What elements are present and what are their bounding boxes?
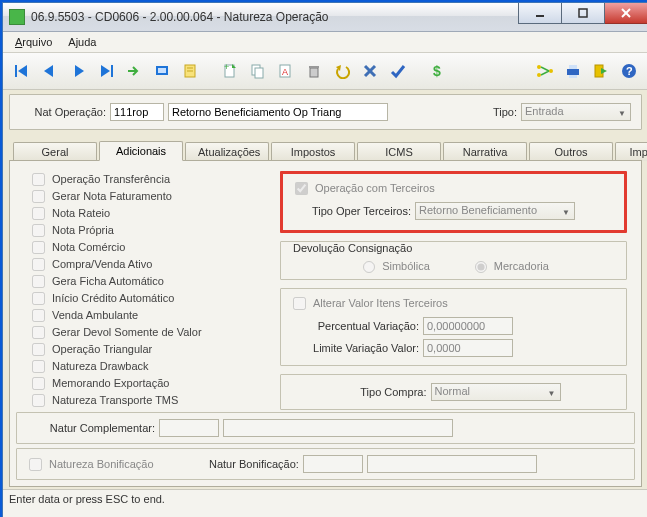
app-window: 06.9.5503 - CD0606 - 2.00.00.064 - Natur… [2,2,647,517]
svg-rect-22 [310,68,318,77]
tipo-terceiros-combo[interactable]: Retorno Beneficiamento ▼ [415,202,575,220]
svg-marker-8 [101,65,110,77]
tipo-combo[interactable]: Entrada ▼ [521,103,631,121]
cancel-icon[interactable] [357,58,383,84]
tab-narrativa[interactable]: Narrativa [443,142,527,161]
tab-atualizacoes[interactable]: Atualizações [185,142,269,161]
tab-geral[interactable]: Geral [13,142,97,161]
tab-bar: Geral Adicionais Atualizações Impostos I… [9,138,642,160]
maximize-button[interactable] [562,3,605,24]
chk-item[interactable]: Operação Transferência [28,171,258,187]
chk-item[interactable]: Gerar Nota Faturamento [28,188,258,204]
svg-point-28 [537,65,541,69]
bonificacao-code[interactable] [303,455,363,473]
menubar: Arquivo Ajuda [3,32,647,53]
search-icon[interactable] [149,58,175,84]
terceiros-group: Operação com Terceiros Tipo Oper Terceir… [280,171,627,233]
chk-alterar[interactable]: Alterar Valor Itens Terceiros [289,295,618,311]
toolbar: + A $ ? [3,53,647,90]
chk-item[interactable]: Operação Triangular [28,341,258,357]
complementar-desc[interactable] [223,419,453,437]
tab-outros[interactable]: Outros [529,142,613,161]
alterar-group: Alterar Valor Itens Terceiros Percentual… [280,288,627,366]
nat-operacao-desc[interactable] [168,103,388,121]
tipo-value: Entrada [525,105,564,117]
close-button[interactable] [605,3,647,24]
bonificacao-desc[interactable] [367,455,537,473]
perc-var-label: Percentual Variação: [289,320,419,332]
tipo-compra-combo[interactable]: Normal ▼ [431,383,561,401]
next-record-icon[interactable] [65,58,91,84]
complementar-code[interactable] [159,419,219,437]
new-icon[interactable]: + [217,58,243,84]
first-record-icon[interactable] [9,58,35,84]
notes-icon[interactable] [177,58,203,84]
svg-text:$: $ [433,63,441,79]
edit-font-icon[interactable]: A [273,58,299,84]
radio-mercadoria[interactable]: Mercadoria [470,258,549,273]
svg-text:+: + [224,63,229,72]
tab-impostos[interactable]: Impostos [271,142,355,161]
header-panel: Nat Operação: Tipo: Entrada ▼ [9,94,642,130]
devolucao-title: Devolução Consignação [289,242,416,254]
print-icon[interactable] [560,58,586,84]
chk-item[interactable]: Venda Ambulante [28,307,258,323]
chk-item[interactable]: Início Crédito Automático [28,290,258,306]
chk-item[interactable]: Memorando Exportação [28,375,258,391]
currency-icon[interactable]: $ [425,58,451,84]
window-title: 06.9.5503 - CD0606 - 2.00.00.064 - Natur… [31,10,518,24]
chk-item[interactable]: Natureza Drawback [28,358,258,374]
statusbar: Enter data or press ESC to end. [3,489,647,517]
chk-bonificacao[interactable]: Natureza Bonificação [25,456,205,472]
last-record-icon[interactable] [93,58,119,84]
svg-rect-23 [309,66,319,68]
svg-rect-31 [567,69,579,75]
chk-item[interactable]: Natureza Transporte TMS [28,392,258,408]
nat-operacao-code[interactable] [110,103,164,121]
tipo-compra-value: Normal [435,385,470,397]
limite-var-label: Limite Variação Valor: [289,342,419,354]
delete-icon[interactable] [301,58,327,84]
chk-oper-terceiros[interactable]: Operação com Terceiros [291,180,616,196]
help-icon[interactable]: ? [616,58,642,84]
goto-icon[interactable] [121,58,147,84]
chk-item[interactable]: Nota Rateio [28,205,258,221]
radio-simbolica[interactable]: Simbólica [358,258,430,273]
menu-ajuda[interactable]: Ajuda [62,34,102,50]
chevron-down-icon: ▼ [616,106,628,120]
svg-rect-33 [569,75,577,78]
tipo-compra-group: Tipo Compra: Normal ▼ [280,374,627,410]
tipo-compra-label: Tipo Compra: [347,386,427,398]
related-icon[interactable] [532,58,558,84]
confirm-icon[interactable] [385,58,411,84]
chk-item[interactable]: Nota Própria [28,222,258,238]
content-area: Nat Operação: Tipo: Entrada ▼ Geral Adic… [3,90,647,489]
nat-operacao-label: Nat Operação: [20,106,106,118]
svg-marker-5 [18,65,27,77]
chk-item[interactable]: Gerar Devol Somente de Valor [28,324,258,340]
svg-rect-4 [15,65,17,77]
menu-arquivo[interactable]: Arquivo [9,34,58,50]
svg-text:A: A [282,67,288,77]
svg-text:?: ? [626,65,633,77]
chk-item[interactable]: Gera Ficha Automático [28,273,258,289]
chk-item[interactable]: Nota Comércio [28,239,258,255]
limite-var-input[interactable] [423,339,513,357]
titlebar: 06.9.5503 - CD0606 - 2.00.00.064 - Natur… [3,3,647,32]
minimize-button[interactable] [518,3,562,24]
tab-importacao[interactable]: Importação [615,142,647,161]
bonificacao-label: Natur Bonificação: [209,458,299,470]
chevron-down-icon: ▼ [546,386,558,400]
svg-marker-7 [75,65,84,77]
exit-icon[interactable] [588,58,614,84]
svg-point-30 [549,69,553,73]
tab-adicionais[interactable]: Adicionais [99,141,183,161]
perc-var-input[interactable] [423,317,513,335]
copy-icon[interactable] [245,58,271,84]
complementar-label: Natur Complementar: [25,422,155,434]
prev-record-icon[interactable] [37,58,63,84]
tab-icms[interactable]: ICMS [357,142,441,161]
svg-rect-19 [255,68,263,78]
undo-icon[interactable] [329,58,355,84]
chk-item[interactable]: Compra/Venda Ativo [28,256,258,272]
